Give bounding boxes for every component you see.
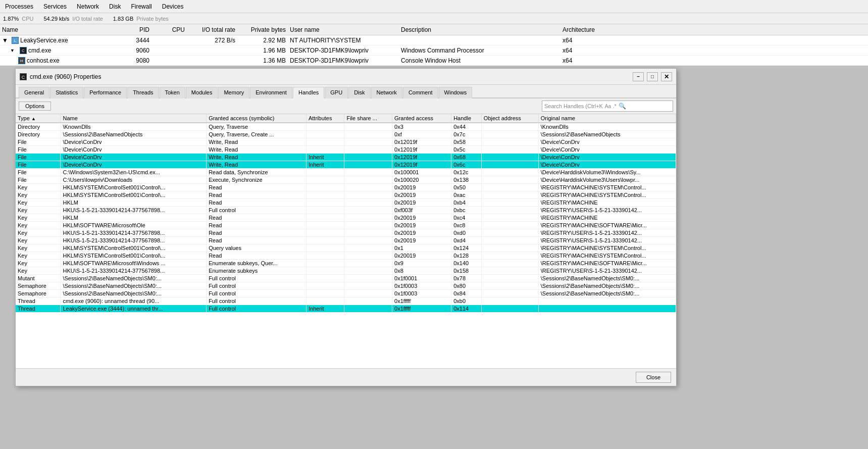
menu-firewall[interactable]: Firewall (126, 2, 157, 11)
col-user[interactable]: User name (290, 26, 401, 33)
process-desc: Windows Command Processor (401, 47, 563, 54)
process-user: NT AUTHORITY\SYSTEM (290, 37, 401, 44)
tab-statistics[interactable]: Statistics (50, 87, 83, 98)
table-row[interactable]: KeyHKLM\SOFTWARE\Microsoft\OleRead0x2001… (16, 222, 676, 229)
col-pid[interactable]: PID (118, 26, 154, 33)
menu-processes[interactable]: Processes (0, 2, 38, 11)
col-obj-addr-header[interactable]: Object address (481, 114, 538, 123)
search-aa: Aa (605, 104, 611, 109)
dialog-footer: Close (16, 368, 676, 386)
process-name: cmd.exe (28, 47, 51, 54)
table-row[interactable]: KeyHKLMRead0x200190xb4\REGISTRY\MACHINE (16, 199, 676, 207)
io-summary: 54.29 kb/s I/O total rate (44, 16, 103, 22)
menu-disk[interactable]: Disk (104, 2, 126, 11)
search-placeholder: Search Handles (Ctrl+K (544, 103, 603, 109)
tab-handles[interactable]: Handles (293, 87, 324, 98)
table-row[interactable]: Directory\KnownDllsQuery, Traverse0x30x4… (16, 123, 676, 131)
table-row[interactable]: KeyHKU\S-1-5-21-3339014214-377567898...E… (16, 267, 676, 275)
process-arch: x64 (563, 37, 613, 44)
maximize-button[interactable]: □ (647, 72, 658, 81)
col-name[interactable]: Name (2, 26, 118, 33)
tab-disk[interactable]: Disk (348, 87, 370, 98)
handles-table-container[interactable]: Type ▲ Name Granted access (symbolic) At… (16, 114, 676, 368)
table-row[interactable]: ThreadLeakyService.exe (3444): unnamed t… (16, 305, 676, 313)
menu-bar: Processes Services Network Disk Firewall… (0, 0, 868, 13)
minimize-button[interactable]: – (633, 72, 644, 81)
process-name: LeakyService.exe (20, 37, 68, 44)
col-granted-header[interactable]: Granted access (392, 114, 451, 123)
table-row[interactable]: KeyHKLM\SYSTEM\ControlSet001\Control\...… (16, 244, 676, 252)
table-row[interactable]: KeyHKLMRead0x200190xc4\REGISTRY\MACHINE (16, 214, 676, 222)
tab-memory[interactable]: Memory (218, 87, 249, 98)
options-button[interactable]: Options (19, 102, 51, 111)
process-priv: 1.96 MB (239, 47, 290, 54)
tab-token[interactable]: Token (160, 87, 185, 98)
table-row[interactable]: File\Device\ConDrvWrite, Read0x12019f0x5… (16, 138, 676, 146)
table-row[interactable]: Directory\Sessions\2\BaseNamedObjectsQue… (16, 131, 676, 138)
table-row[interactable]: FileC:\Users\lowpriv\DownloadsExecute, S… (16, 176, 676, 184)
table-row[interactable]: KeyHKLM\SYSTEM\ControlSet001\Control\...… (16, 184, 676, 191)
tab-comment[interactable]: Comment (403, 87, 438, 98)
menu-services[interactable]: Services (38, 2, 72, 11)
col-desc[interactable]: Description (401, 26, 563, 33)
process-priv: 2.92 MB (239, 37, 290, 44)
process-table-header: Name PID CPU I/O total rate Private byte… (0, 24, 868, 35)
table-row[interactable]: KeyHKU\S-1-5-21-3339014214-377567898...R… (16, 237, 676, 244)
handles-table: Type ▲ Name Granted access (symbolic) At… (16, 114, 676, 313)
col-granted-sym-header[interactable]: Granted access (symbolic) (207, 114, 307, 123)
col-arch[interactable]: Architecture (563, 26, 613, 33)
table-row[interactable]: KeyHKU\S-1-5-21-3339014214-377567898...R… (16, 229, 676, 237)
col-type-header[interactable]: Type ▲ (16, 114, 61, 123)
search-wildcard: .* (613, 104, 617, 109)
menu-devices[interactable]: Devices (157, 2, 189, 11)
table-row[interactable]: KeyHKLM\SYSTEM\ControlSet001\Control\...… (16, 252, 676, 260)
process-icon: H (18, 57, 25, 64)
process-icon: C (20, 47, 27, 54)
table-row[interactable]: Threadcmd.exe (9060): unnamed thread (90… (16, 297, 676, 305)
col-cpu[interactable]: CPU (154, 26, 189, 33)
search-icon[interactable]: 🔍 (619, 103, 626, 110)
priv-summary: 1.83 GB Private bytes (113, 16, 169, 22)
col-fileshare-header[interactable]: File share ... (344, 114, 392, 123)
table-row[interactable]: KeyHKLM\SYSTEM\ControlSet001\Control\...… (16, 191, 676, 199)
summary-bar: 1.87% CPU 54.29 kb/s I/O total rate 1.83… (0, 13, 868, 24)
table-row[interactable]: ▼ C cmd.exe 9060 1.96 MB DESKTOP-3D1FMK9… (0, 45, 868, 56)
tab-gpu[interactable]: GPU (325, 87, 348, 98)
col-io[interactable]: I/O total rate (189, 26, 239, 33)
search-box[interactable]: Search Handles (Ctrl+K Aa .* 🔍 (542, 101, 673, 112)
tab-threads[interactable]: Threads (127, 87, 159, 98)
indent: ▼ (2, 37, 10, 44)
table-row[interactable]: Mutant\Sessions\2\BaseNamedObjects\SM0:.… (16, 275, 676, 282)
menu-network[interactable]: Network (72, 2, 104, 11)
col-priv[interactable]: Private bytes (239, 26, 290, 33)
dialog-title-text: cmd.exe (9060) Properties (30, 73, 630, 80)
table-row[interactable]: KeyHKU\S-1-5-21-3339014214-377567898...F… (16, 207, 676, 214)
tab-environment[interactable]: Environment (250, 87, 292, 98)
col-attr-header[interactable]: Attributes (306, 114, 344, 123)
tab-windows[interactable]: Windows (439, 87, 473, 98)
table-row[interactable]: File\Device\ConDrvWrite, ReadInherit0x12… (16, 161, 676, 169)
table-row[interactable]: Semaphore\Sessions\2\BaseNamedObjects\SM… (16, 290, 676, 297)
process-icon: L (12, 37, 19, 44)
table-row[interactable]: File\Device\ConDrvWrite, Read0x12019f0x5… (16, 146, 676, 154)
tab-general[interactable]: General (19, 87, 49, 98)
dialog-title-bar: C cmd.exe (9060) Properties – □ ✕ (16, 69, 676, 85)
tab-network[interactable]: Network (371, 87, 402, 98)
table-row[interactable]: FileC:\Windows\System32\en-US\cmd.ex...R… (16, 169, 676, 176)
close-title-button[interactable]: ✕ (661, 72, 672, 81)
process-user: DESKTOP-3D1FMK9\lowpriv (290, 47, 401, 54)
table-row[interactable]: H conhost.exe 9080 1.36 MB DESKTOP-3D1FM… (0, 56, 868, 66)
col-orig-name-header[interactable]: Original name (538, 114, 676, 123)
table-row[interactable]: ▼ L LeakyService.exe 3444 272 B/s 2.92 M… (0, 35, 868, 45)
table-row[interactable]: Semaphore\Sessions\2\BaseNamedObjects\SM… (16, 282, 676, 290)
tab-performance[interactable]: Performance (84, 87, 127, 98)
col-name-header[interactable]: Name (61, 114, 207, 123)
close-button[interactable]: Close (636, 372, 671, 383)
dialog-title-icon: C (20, 73, 27, 80)
tab-bar: General Statistics Performance Threads T… (16, 85, 676, 98)
col-handle-header[interactable]: Handle (451, 114, 482, 123)
table-row[interactable]: File\Device\ConDrvWrite, ReadInherit0x12… (16, 154, 676, 161)
process-name: conhost.exe (27, 57, 60, 64)
table-row[interactable]: KeyHKLM\SOFTWARE\Microsoft\Windows ...En… (16, 260, 676, 267)
tab-modules[interactable]: Modules (186, 87, 218, 98)
